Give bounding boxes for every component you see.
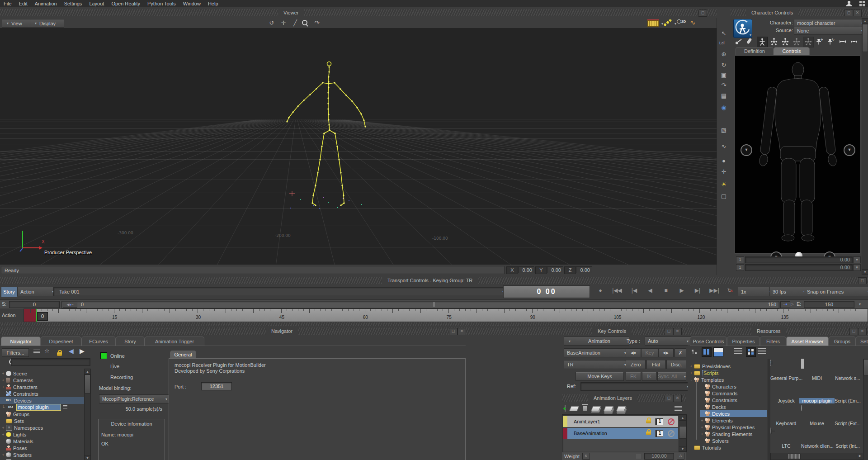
story-tab[interactable]: Story: [1, 287, 17, 297]
layer-row-animlayer1[interactable]: AnimLayer1 1: [563, 416, 678, 427]
asset-tree-tutorials[interactable]: Tutorials: [693, 444, 721, 451]
character-panel-scrollbar[interactable]: ▲ ▼: [862, 18, 868, 275]
light-tool-icon[interactable]: ☀: [718, 180, 730, 189]
tab-navigator[interactable]: Navigator: [1, 337, 41, 346]
ruler-dropdown-icon[interactable]: ▾: [660, 22, 663, 26]
asset-tree-constraints[interactable]: Constraints: [700, 397, 737, 403]
tree-item-devices[interactable]: -I/ODevices: [0, 397, 84, 404]
drag-grip-icon[interactable]: [63, 405, 67, 409]
split-view-icon[interactable]: [702, 347, 712, 357]
tree-item-namespaces[interactable]: +aNamespaces: [1, 424, 43, 431]
tree-item-sets[interactable]: Sets: [1, 417, 24, 424]
tab-story[interactable]: Story: [116, 337, 145, 346]
asset-tree-commands[interactable]: Commands: [700, 390, 737, 397]
type-select[interactable]: Auto▾: [645, 337, 692, 346]
left-hand-ik-button[interactable]: ▼: [741, 144, 752, 156]
tab-asset-browser[interactable]: Asset Browser: [786, 337, 829, 346]
delete-key-button[interactable]: ✗: [675, 348, 686, 357]
body-part-mode-icon[interactable]: [780, 37, 790, 47]
playhead[interactable]: [36, 309, 37, 322]
asset-tree-elements[interactable]: +Elements: [700, 417, 733, 424]
frame-display[interactable]: 0 00: [503, 285, 590, 298]
weight-checkbox[interactable]: [636, 453, 642, 459]
asset-general-purpose[interactable]: General Purp...: [770, 360, 802, 365]
search-input[interactable]: [11, 358, 90, 366]
layers-icon[interactable]: [569, 406, 579, 411]
user-icon[interactable]: [846, 1, 852, 6]
animation-layers-dock-button[interactable]: ◻: [665, 395, 673, 402]
tree-item-poses[interactable]: Poses: [1, 445, 27, 451]
draw-squiggle-icon[interactable]: ∿: [690, 19, 696, 27]
key-button[interactable]: Key: [641, 348, 658, 357]
start-frame-field[interactable]: 0: [9, 301, 60, 308]
keying-group-select[interactable]: TR▾: [564, 360, 629, 369]
tab-general[interactable]: General: [170, 351, 196, 359]
merge-down-icon[interactable]: [591, 406, 601, 411]
next-key-nav-button[interactable]: ●▶: [658, 348, 674, 357]
list-view-icon[interactable]: [734, 348, 742, 355]
full-body-mode-icon[interactable]: [769, 37, 779, 47]
resources-dock-button[interactable]: ◻: [849, 328, 858, 335]
arc-tool-icon[interactable]: ↷: [311, 19, 323, 27]
asset-tree-prevismoves[interactable]: +PrevisMoves: [689, 363, 731, 370]
zoom-tool-icon[interactable]: [302, 20, 307, 25]
tree-item-takes[interactable]: +Takes: [1, 458, 26, 460]
scale-tool-icon[interactable]: ▣: [718, 71, 730, 79]
orbit-camera-icon[interactable]: ↺: [266, 19, 278, 27]
layer-solo-badge[interactable]: 1: [656, 430, 663, 437]
action-mode-select[interactable]: Action▾: [17, 287, 57, 296]
menu-python-tools[interactable]: Python Tools: [147, 1, 176, 6]
right-hand-ik-button[interactable]: ▼: [844, 144, 855, 156]
layer-color-chip[interactable]: [563, 428, 567, 439]
navigator-tree-scrollbar[interactable]: ▲ ▼: [84, 369, 91, 460]
slider1-track[interactable]: 0.00: [745, 256, 853, 263]
resources-close-button[interactable]: ✕: [858, 328, 867, 335]
transport-dock-button[interactable]: ◻: [858, 277, 867, 285]
loop-off-icon[interactable]: ↻✕: [724, 287, 736, 294]
tab-properties[interactable]: Properties: [727, 337, 760, 346]
merge-layers-icon[interactable]: [604, 406, 613, 411]
layer-lock-icon[interactable]: [646, 432, 651, 435]
pan-camera-icon[interactable]: ✛: [278, 19, 289, 27]
rotate-tool-icon[interactable]: ↻: [718, 61, 730, 69]
details-view-icon[interactable]: [758, 348, 766, 355]
history-forward-icon[interactable]: ▶: [80, 347, 85, 355]
tab-dopesheet[interactable]: Dopesheet: [41, 337, 81, 346]
tab-groups[interactable]: Groups: [829, 337, 856, 346]
pin-horizontal-icon[interactable]: [838, 37, 848, 47]
viewport-3d[interactable]: X -300.00 -200.00 -100.00 Producer Persp…: [0, 28, 717, 265]
layer-solo-badge[interactable]: 1: [656, 418, 663, 425]
tree-item-materials[interactable]: Materials: [1, 438, 33, 445]
ref-select[interactable]: ▾: [580, 382, 692, 391]
history-back-icon[interactable]: ◀: [69, 347, 74, 355]
lock-icon[interactable]: [57, 352, 62, 356]
skeleton-mode-icon[interactable]: [803, 37, 814, 47]
flat-button[interactable]: Flat: [646, 360, 665, 369]
source-select[interactable]: None▾: [794, 27, 866, 35]
weight-key-button[interactable]: K: [582, 453, 590, 460]
record-button[interactable]: ●: [594, 287, 607, 294]
asset-midi[interactable]: MIDI: [801, 360, 833, 365]
keyframe-dots-icon[interactable]: [664, 19, 672, 26]
character-controls-dock-button[interactable]: ◻: [844, 9, 853, 17]
layer-list-options-icon[interactable]: [675, 406, 682, 411]
character-body-map[interactable]: ▼ ▼ ▼ ▼: [735, 56, 860, 254]
link-ball-icon[interactable]: [734, 37, 744, 47]
tab-fcurves[interactable]: FCurves: [81, 337, 116, 346]
character-app-icon[interactable]: ▾: [733, 19, 752, 38]
menu-layout[interactable]: Layout: [89, 1, 104, 6]
tree-item-groups[interactable]: Groups: [1, 411, 29, 417]
previous-key-nav-button[interactable]: ◀●: [626, 348, 641, 357]
move-keys-button[interactable]: Move Keys: [576, 372, 624, 381]
discontinuity-button[interactable]: Disc.: [666, 360, 686, 369]
merge-tool-icon[interactable]: ✛: [718, 167, 730, 176]
favorite-star-icon[interactable]: ☆: [44, 347, 50, 354]
key-controls-close-button[interactable]: ✕: [673, 328, 682, 335]
layers-scrollbar[interactable]: ▲ ▼: [679, 415, 687, 452]
slider1-key-button[interactable]: 1: [736, 256, 744, 263]
play-button[interactable]: ▶: [675, 287, 689, 294]
asset-tree-decks[interactable]: Decks: [700, 403, 726, 410]
time-ruler[interactable]: 0 153045607590105120135: [24, 308, 868, 322]
tree-item-characters[interactable]: +Characters: [1, 384, 38, 390]
asset-grid-hscrollbar[interactable]: ▶: [770, 453, 863, 460]
